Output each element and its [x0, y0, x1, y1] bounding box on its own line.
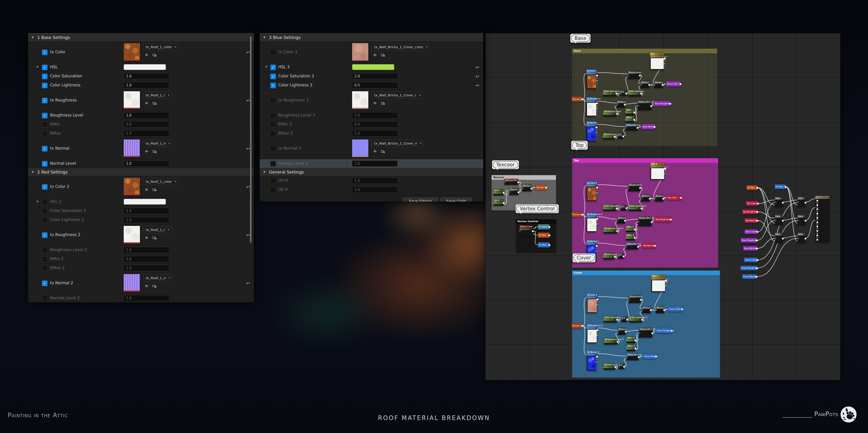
section-header-3-blue-settings[interactable]: ▼3 Blue Settings	[260, 34, 483, 42]
checkbox-tx-color[interactable]: ✓	[42, 50, 48, 55]
use-selected-icon[interactable]	[144, 283, 149, 288]
graph-node-desaturation[interactable]: Desaturation	[628, 71, 640, 79]
graph-node-multiply[interactable]: Multiply	[642, 306, 651, 313]
graph-node-tx-roughness-2[interactable]: tx Roughness 2▾Param2D	[587, 213, 597, 232]
checkbox-uv-h[interactable]	[270, 178, 276, 184]
texture-select-tx-normal[interactable]: tx_Roof_1_n▾	[143, 140, 172, 147]
browse-icon[interactable]	[152, 283, 157, 288]
use-selected-icon[interactable]	[144, 149, 149, 154]
reset-to-default-button[interactable]: ↩	[474, 82, 480, 88]
checkbox-tx-color-2[interactable]: ✓	[42, 184, 48, 190]
section-header-1-base-settings[interactable]: ▼1 Base Settings	[28, 34, 254, 42]
graph-node-uv-h[interactable]: UV H▾Param (1)	[493, 189, 504, 195]
graph-node-texcoor[interactable]: Texcoor▾	[571, 212, 582, 217]
texture-thumbnail[interactable]	[124, 43, 140, 61]
texture-thumbnail[interactable]	[124, 91, 140, 109]
graph-node-base-normal[interactable]: Base Normal▾	[642, 124, 655, 129]
browse-icon[interactable]	[152, 100, 157, 106]
expander-icon[interactable]: ▶	[37, 200, 39, 203]
expander-icon[interactable]: ▶	[37, 65, 39, 68]
browse-icon[interactable]	[380, 149, 385, 154]
color-swatch-hsl-3[interactable]	[352, 64, 394, 70]
graph-node-roughness-level-3[interactable]: Roughness Level 3▾Param (1)	[604, 338, 618, 344]
texture-thumbnail[interactable]	[352, 91, 368, 109]
graph-node-multiply[interactable]: Multiply	[641, 81, 649, 88]
checkbox-color-lightness-2[interactable]	[42, 217, 48, 223]
graph-node-base-color[interactable]: Base Color▾	[666, 81, 681, 86]
texture-select-tx-color-3[interactable]: tx_Wall_Bricks_1_Cover_color▾	[372, 43, 430, 51]
graph-node-multiply[interactable]: Multiply	[522, 184, 531, 191]
graph-node-vc-red[interactable]: VC Red▾	[746, 185, 757, 190]
graph-node-base-roughness[interactable]: Base Roughness▾	[654, 101, 671, 106]
graph-node-cover-color[interactable]: Cover Color▾	[744, 258, 757, 262]
checkbox-rmax[interactable]	[42, 131, 48, 136]
checkbox-tx-normal[interactable]: ✓	[42, 146, 48, 152]
graph-node-1-x[interactable]: 1-x	[621, 316, 627, 322]
texture-thumbnail[interactable]	[124, 140, 140, 157]
reset-to-default-button[interactable]: ↩	[474, 64, 480, 70]
save-sibling-button[interactable]: Save Sibling	[403, 197, 438, 202]
graph-node-tx-color-2[interactable]: tx Color 2▾Param2D	[587, 182, 597, 201]
checkbox-roughness-level-3[interactable]	[270, 113, 276, 118]
checkbox-tx-color-3[interactable]	[270, 50, 276, 55]
checkbox-rmin[interactable]	[42, 122, 48, 127]
graph-node-clamp-min-max[interactable]: Clamp (Min) (Max)	[638, 217, 652, 226]
graph-node-texcoor[interactable]: Texcoor▾	[535, 185, 546, 190]
section-collapse-icon[interactable]: ▼	[264, 34, 265, 41]
graph-node-1-x[interactable]: 1-x	[618, 253, 624, 259]
checkbox-color-lightness[interactable]: ✓	[42, 83, 48, 88]
checkbox-hsl-2[interactable]	[42, 199, 48, 205]
graph-node-flattennormal[interactable]: FlattenNormal	[625, 124, 638, 131]
graph-node-multiply[interactable]: Multiply	[617, 100, 625, 107]
value-input-rmin-2[interactable]: 0.0	[124, 256, 169, 262]
browse-icon[interactable]	[152, 235, 157, 240]
checkbox-uv-v[interactable]	[270, 187, 276, 193]
section-header-2-red-settings[interactable]: ▼2 Red Settings	[28, 168, 254, 176]
value-input-color-saturation-2[interactable]: 1.0	[124, 208, 169, 214]
graph-node-normal-level-3[interactable]: Normal Level 3▾Param (1)	[604, 363, 615, 370]
texture-select-tx-roughness-2[interactable]: tx_Roof_1_r▾	[143, 226, 171, 233]
checkbox-tx-normal-3[interactable]	[270, 146, 276, 152]
graph-node-hsl[interactable]: HSL▾Param (0.8,0.8,0.8,1)	[650, 53, 664, 70]
graph-node-base-normal[interactable]: Base Normal▾	[743, 246, 757, 251]
graph-node-roughness-level-2[interactable]: Roughness Level 2▾Param (1)	[604, 227, 617, 234]
graph-node-rmax[interactable]: RMax▾Param (1)	[625, 116, 634, 123]
checkbox-rmax-2[interactable]	[42, 266, 48, 271]
graph-node-clamp-min-max[interactable]: Clamp (Min) (Max)	[639, 328, 652, 338]
checkbox-hsl[interactable]: ✓	[42, 65, 48, 70]
graph-node-multiply[interactable]: Multiply	[656, 306, 664, 313]
graph-node-normal-level-2[interactable]: Normal Level 2▾Param (1)	[603, 253, 615, 259]
value-input-roughness-level-2[interactable]: 1.0	[124, 247, 169, 253]
graph-node-uv-v[interactable]: UV V▾Param (1)	[493, 199, 504, 206]
value-input-uv-v[interactable]: 1.0	[352, 187, 398, 193]
color-swatch-hsl-2[interactable]	[124, 199, 166, 205]
graph-node-cover-normal[interactable]: Cover Normal▾	[643, 354, 656, 359]
graph-node-clamp-min-max[interactable]: Clamp (Min) (Max)	[638, 100, 651, 110]
browse-icon[interactable]	[152, 187, 157, 192]
graph-node-top-color[interactable]: Top Color▾	[746, 201, 758, 206]
graph-node-desaturation[interactable]: Desaturation	[628, 184, 640, 191]
save-child-button[interactable]: Save Child	[440, 197, 472, 202]
checkbox-roughness-level[interactable]: ✓	[42, 113, 48, 118]
graph-node-append[interactable]: Append	[509, 188, 519, 195]
graph-node-rmax-3[interactable]: RMax 3▾Param (1)	[627, 345, 636, 351]
graph-node-cover-color[interactable]: Cover Color▾	[668, 307, 682, 312]
graph-node-vc-red[interactable]: VC Red▾	[538, 233, 550, 238]
checkbox-hsl-3[interactable]: ✓	[270, 65, 276, 70]
use-selected-icon[interactable]	[144, 52, 149, 58]
graph-node-color-lightness[interactable]: Color Lightness▾Param (1)	[628, 90, 641, 96]
graph-node-lerp[interactable]: Lerp	[775, 215, 783, 225]
graph-node-cover-roughness[interactable]: Cover Roughness▾	[740, 266, 757, 270]
graph-node-vertex-color[interactable]: Vertex Color▾Input Data	[519, 225, 533, 236]
value-input-color-saturation[interactable]: 1.0	[124, 73, 169, 79]
value-input-uv-h[interactable]: 1.0	[352, 178, 398, 184]
graph-node-tx-normal[interactable]: tx Normal▾Param2D	[586, 121, 596, 141]
texture-thumbnail[interactable]	[124, 178, 140, 195]
value-input-roughness-level[interactable]: 1.0	[124, 112, 169, 118]
value-input-color-lightness-3[interactable]: 0.5	[352, 82, 398, 88]
graph-node-lerp[interactable]: Lerp	[798, 215, 805, 225]
checkbox-tx-roughness-3[interactable]	[270, 98, 276, 103]
checkbox-tx-normal-2[interactable]: ✓	[42, 281, 48, 286]
checkbox-tx-roughness[interactable]: ✓	[42, 98, 48, 103]
graph-node-top-roughness[interactable]: Top Roughness▾	[655, 217, 671, 222]
